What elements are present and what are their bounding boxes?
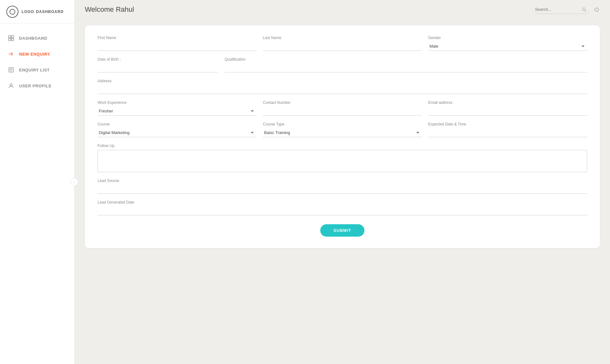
main-content: Welcome Rahul [75,0,610,364]
power-icon [593,6,600,13]
form-row-2: Date of Birth : Qualification [98,57,587,72]
contact-group: Contact Number [263,100,422,116]
gender-select[interactable]: Male Female Other [428,42,587,51]
email-label: Email address [428,100,587,105]
svg-line-11 [585,10,586,12]
sidebar: LOGO DASHBOARD DASHBOARD [0,0,75,364]
work-experience-select[interactable]: Fresher 1 Year 2 Years 3+ Years [98,107,256,116]
email-group: Email address [428,100,587,116]
enquiry-list-label: ENQUIRY LIST [19,68,50,72]
gender-group: Gender Male Female Other [428,36,587,51]
work-experience-group: Work Experience Fresher 1 Year 2 Years 3… [98,100,256,116]
form-row-6: Follow Up [98,144,587,172]
svg-rect-1 [11,36,14,38]
first-name-label: First Name [98,36,256,40]
header: Welcome Rahul [75,0,610,19]
gender-label: Gender [428,36,587,40]
first-name-group: First Name [98,36,256,51]
sidebar-nav: DASHBOARD NEW ENQUIRY ENQU [0,30,74,94]
dob-label: Date of Birth : [98,57,218,62]
last-name-input[interactable] [263,42,422,51]
qualification-label: Qualification [225,57,587,62]
search-icon-button[interactable] [582,7,586,12]
last-name-group: Last Name [263,36,422,51]
app-title: DASHBOARD [36,10,64,14]
first-name-input[interactable] [98,42,256,51]
user-profile-label: USER PROFILE [19,84,51,88]
lead-generated-input[interactable] [98,206,587,215]
lead-source-input[interactable] [98,185,587,194]
expected-datetime-input[interactable] [428,128,587,137]
form-row-8: Lead Generated Date [98,200,587,215]
sidebar-item-new-enquiry[interactable]: NEW ENQUIRY [0,46,74,62]
lead-source-group: Lead Sourse [98,179,587,194]
course-group: Course Digital Marketing Web Development… [98,122,256,137]
user-profile-icon [8,82,15,89]
form-row-3: Address [98,79,587,94]
page-title: Welcome Rahul [85,5,134,14]
search-icon [582,7,586,12]
search-input[interactable] [534,5,590,14]
course-type-group: Course Type Baisc Training Advanced Trai… [263,122,422,137]
email-input[interactable] [428,107,587,116]
sidebar-item-dashboard[interactable]: DASHBOARD [0,30,74,46]
dashboard-label: DASHBOARD [19,36,47,41]
contact-input[interactable] [263,107,422,116]
sidebar-item-user-profile[interactable]: USER PROFILE [0,78,74,94]
last-name-label: Last Name [263,36,422,40]
address-input[interactable] [98,85,587,94]
lead-source-label: Lead Sourse [98,179,587,183]
followup-label: Follow Up [98,144,587,148]
followup-textarea[interactable] [98,150,587,172]
form-card: First Name Last Name Gender Male Female … [85,25,600,248]
qualification-input[interactable] [225,64,587,72]
logo-text: LOGO [22,10,34,14]
dob-input[interactable] [98,64,218,72]
work-experience-label: Work Experience [98,100,256,105]
sidebar-item-enquiry-list[interactable]: ENQUIRY LIST [0,62,74,78]
enquiry-list-icon [8,66,15,73]
qualification-group: Qualification [225,57,587,72]
address-label: Address [98,79,587,83]
lead-generated-group: Lead Generated Date [98,200,587,215]
lead-generated-label: Lead Generated Date [98,200,587,205]
course-label: Course [98,122,256,126]
logo-area: LOGO DASHBOARD [0,0,74,24]
contact-label: Contact Number [263,100,422,105]
expected-datetime-group: Expected Date & Time [428,122,587,137]
form-row-1: First Name Last Name Gender Male Female … [98,36,587,51]
new-enquiry-icon [8,51,15,57]
dashboard-icon [8,35,15,42]
header-actions [534,5,600,14]
svg-rect-2 [9,38,11,41]
dob-group: Date of Birth : [98,57,218,72]
sidebar-toggle[interactable]: ‹ [71,178,78,186]
form-row-7: Lead Sourse [98,179,587,194]
submit-button[interactable]: SUBMIT [320,224,365,237]
power-button[interactable] [593,6,600,13]
new-enquiry-label: NEW ENQUIRY [19,52,50,57]
expected-datetime-label: Expected Date & Time [428,122,587,126]
submit-row: SUBMIT [98,224,587,237]
svg-rect-0 [9,36,11,38]
address-group: Address [98,79,587,94]
form-row-5: Course Digital Marketing Web Development… [98,122,587,137]
svg-point-9 [10,84,12,86]
form-row-4: Work Experience Fresher 1 Year 2 Years 3… [98,100,587,116]
svg-rect-3 [11,38,14,41]
followup-group: Follow Up [98,144,587,172]
search-box [534,5,590,14]
logo-icon [6,6,18,18]
course-type-select[interactable]: Baisc Training Advanced Training Worksho… [263,128,422,137]
course-type-label: Course Type [263,122,422,126]
course-select[interactable]: Digital Marketing Web Development Data S… [98,128,256,137]
